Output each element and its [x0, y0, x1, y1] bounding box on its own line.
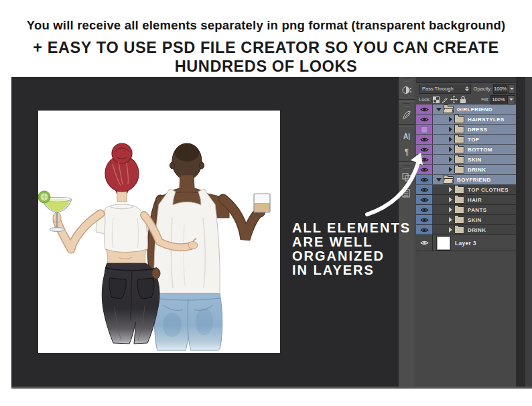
layers-panel: Pass Through Opacity: 100% Lock: Fill: 1… — [415, 77, 516, 387]
man-hand-at-waist — [152, 268, 160, 279]
document-canvas — [38, 111, 280, 353]
dock-divider — [399, 99, 415, 102]
header-line-3: HUNDREDS OF LOOKS — [0, 58, 532, 76]
layer-name: BOYFRIEND — [457, 177, 491, 183]
group-folder-icon — [454, 156, 464, 163]
fill-label: Fill: — [481, 96, 489, 103]
hand-panel-icon[interactable] — [399, 107, 415, 123]
layer-name: HAIR — [468, 197, 482, 203]
layer-name: PANTS — [468, 207, 487, 213]
group-folder-icon — [454, 186, 464, 194]
group-folder-icon — [454, 206, 464, 214]
annotation-line: ORGANIZED — [292, 249, 411, 263]
lock-all-padlock-icon[interactable] — [460, 96, 466, 104]
group-folder-icon — [454, 126, 464, 133]
panel-header-strip — [416, 77, 516, 83]
layer-name: DRINK — [468, 167, 486, 173]
layer-name: Layer 3 — [455, 240, 476, 247]
group-folder-icon — [454, 216, 464, 224]
eye-icon — [420, 107, 429, 113]
visibility-toggle[interactable] — [416, 235, 433, 251]
expand-triangle-icon[interactable] — [449, 147, 452, 152]
expand-triangle-icon[interactable] — [449, 137, 452, 142]
expand-triangle-icon[interactable] — [449, 127, 452, 132]
fill-value-field[interactable]: 100% — [490, 95, 507, 105]
workspace-right-edge — [525, 77, 532, 387]
couple-illustration — [38, 111, 280, 353]
woman-jeans — [102, 263, 159, 344]
expand-triangle-icon[interactable] — [449, 117, 452, 122]
annotation-text: ALL ELEMENTS ARE WELL ORGANIZED IN LAYER… — [292, 221, 411, 277]
visibility-toggle[interactable] — [416, 125, 433, 134]
group-folder-icon — [454, 196, 464, 204]
eye-icon — [420, 137, 429, 143]
adjustments-panel-icon[interactable] — [399, 82, 415, 98]
opacity-label: Opacity: — [474, 86, 492, 92]
updown-arrows-icon — [465, 86, 469, 91]
blend-mode-row: Pass Through Opacity: 100% — [416, 83, 516, 94]
layer-name: SKIN — [468, 157, 482, 163]
dock-divider — [399, 124, 415, 127]
layer-row-hairstyles[interactable]: HAIRSTYLES — [416, 115, 516, 125]
eye-icon — [420, 117, 429, 123]
layer-name: GIRLFRIEND — [457, 107, 492, 113]
collapse-triangle-icon[interactable] — [436, 108, 442, 111]
woman-hand-on-back — [188, 242, 198, 249]
layer-thumbnail[interactable] — [437, 236, 450, 250]
caret-down-icon — [510, 88, 514, 90]
layer-name: DRESS — [468, 127, 488, 133]
blend-mode-select[interactable]: Pass Through — [419, 84, 471, 94]
caret-down-icon — [509, 98, 513, 100]
hidden-eye-checkbox — [421, 126, 428, 133]
whiskey-glass-icon — [254, 194, 270, 212]
lock-pixels-brush-icon[interactable] — [442, 96, 448, 103]
visibility-toggle[interactable] — [416, 105, 433, 114]
expand-triangle-icon[interactable] — [449, 217, 452, 222]
lock-row: Lock: Fill: 100% — [416, 94, 516, 105]
lock-label: Lock: — [419, 96, 431, 103]
group-folder-icon — [454, 166, 464, 174]
layer-name: SKIN — [468, 217, 482, 223]
photoshop-workspace: ALL ELEMENTS ARE WELL ORGANIZED IN LAYER… — [11, 77, 532, 389]
product-listing-image: You will receive all elements separately… — [0, 0, 532, 406]
character-panel-icon[interactable]: A| — [399, 128, 415, 144]
visibility-toggle[interactable] — [416, 225, 433, 234]
eye-icon — [420, 240, 429, 246]
layer-name: HAIRSTYLES — [468, 117, 505, 123]
header-line-1: You will receive all elements separately… — [0, 18, 532, 33]
blend-mode-value: Pass Through — [422, 86, 454, 92]
layer-row-layer3[interactable]: Layer 3 — [416, 235, 516, 251]
expand-triangle-icon[interactable] — [449, 157, 452, 162]
lock-position-move-icon[interactable] — [450, 96, 458, 103]
layer-name: TOP CLOTHES — [468, 187, 509, 193]
layer-row-drink-boyfriend[interactable]: DRINK — [416, 225, 516, 235]
expand-triangle-icon[interactable] — [449, 197, 452, 202]
group-folder-icon — [454, 116, 464, 123]
layer-name: TOP — [468, 137, 480, 143]
annotation-line: ARE WELL — [292, 235, 411, 249]
layer-name: BOTTOM — [468, 147, 492, 153]
panel-scrollbar-area — [516, 77, 525, 387]
annotation-line: IN LAYERS — [292, 263, 411, 277]
layer-name: DRINK — [468, 227, 486, 233]
expand-triangle-icon[interactable] — [449, 207, 452, 212]
layer-row-girlfriend[interactable]: GIRLFRIEND — [416, 105, 516, 115]
group-folder-icon — [454, 146, 464, 153]
opacity-dropdown-button[interactable] — [508, 84, 515, 94]
curved-arrow-icon — [346, 143, 440, 224]
header-line-2: + EASY TO USE PSD FILE CREATOR SO YOU CA… — [0, 39, 532, 57]
lock-transparency-icon[interactable] — [433, 96, 440, 103]
fill-dropdown-button[interactable] — [507, 95, 515, 105]
group-folder-icon — [444, 176, 454, 184]
layer-row-dress[interactable]: DRESS — [416, 125, 516, 135]
group-folder-icon — [454, 226, 464, 234]
visibility-toggle[interactable] — [416, 115, 433, 124]
group-folder-icon — [444, 106, 454, 113]
group-folder-icon — [454, 136, 464, 143]
expand-triangle-icon[interactable] — [449, 167, 452, 172]
expand-triangle-icon[interactable] — [449, 227, 452, 232]
opacity-value-field[interactable]: 100% — [493, 84, 507, 94]
man-jeans — [154, 293, 222, 350]
eye-icon — [420, 227, 429, 233]
expand-triangle-icon[interactable] — [449, 187, 452, 192]
